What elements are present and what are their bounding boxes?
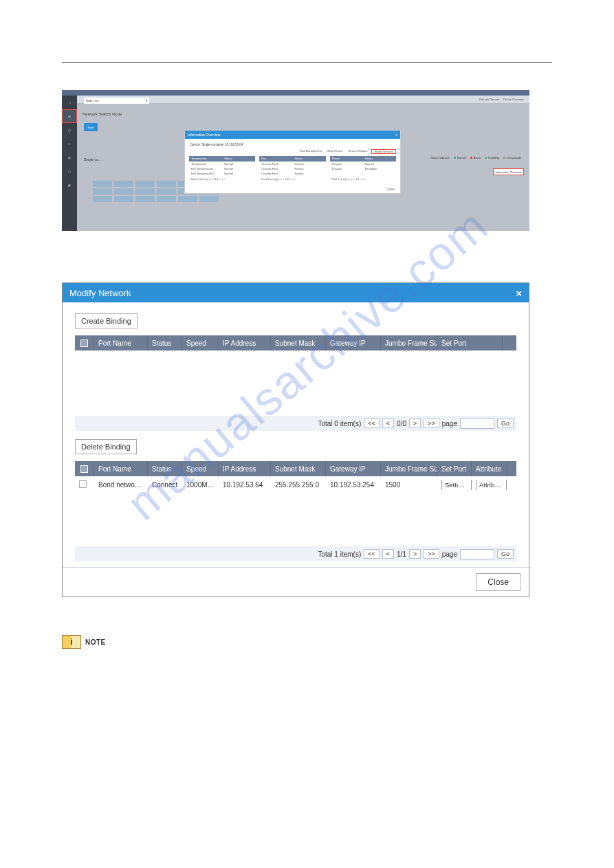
tab-relation[interactable]: Device Relation bbox=[347, 149, 369, 154]
dialog-footer: Close bbox=[63, 567, 529, 597]
pager-total: Total 0 item(s) bbox=[318, 420, 361, 427]
device-label: Device: Single-container 10.192.53.64 bbox=[185, 139, 400, 149]
overview-screenshot: ◇ ▤ ▢ ≡ ▤ ▢ ▦ Node Tree ▾ Refresh Domain… bbox=[62, 90, 529, 231]
fan-panel: FanStatus Chassis Fan1Normal Chassis Fan… bbox=[259, 156, 325, 182]
table1-header: Port Name Status Speed IP Address Subnet… bbox=[75, 335, 516, 350]
close-icon[interactable]: × bbox=[516, 287, 522, 299]
pager-first[interactable]: << bbox=[364, 549, 380, 559]
modal-title: Information Overview bbox=[188, 133, 220, 137]
sidebar-item[interactable]: ▦ bbox=[62, 178, 77, 192]
th-ip: IP Address bbox=[219, 335, 271, 350]
pager-input[interactable] bbox=[460, 419, 494, 429]
cell-port: Bond network in... bbox=[94, 480, 148, 490]
temperature-panel: TemperatureStatus TemperatureNormal Env … bbox=[189, 156, 255, 182]
table1-pager: Total 0 item(s) << < 0/0 > >> page Go bbox=[75, 416, 516, 431]
tab-mute[interactable]: Mute Device bbox=[326, 149, 344, 154]
pager-info: 0/0 bbox=[397, 420, 406, 427]
pager-label: page bbox=[442, 420, 457, 427]
info-overview-modal: Information Overview × Device: Single-co… bbox=[184, 130, 401, 194]
sidebar-item-active[interactable]: ▤ bbox=[62, 109, 77, 123]
modal-header: Information Overview × bbox=[185, 131, 400, 139]
network-switch-title: Network Switch Node bbox=[83, 112, 122, 116]
dialog-title: Modify Network bbox=[69, 288, 131, 298]
pager-info: 1/1 bbox=[397, 550, 406, 558]
th-ip: IP Address bbox=[219, 461, 271, 476]
table2-body-empty bbox=[75, 493, 516, 546]
note-label: NOTE bbox=[85, 638, 106, 646]
th-gateway: Gateway IP bbox=[326, 461, 381, 476]
th-port-name: Port Name bbox=[94, 335, 148, 350]
select-all-checkbox[interactable] bbox=[80, 340, 88, 347]
node-tree-select[interactable]: Node Tree ▾ bbox=[84, 98, 149, 104]
th-subnet: Subnet Mask bbox=[271, 335, 326, 350]
th-attribute: Attribute bbox=[472, 461, 507, 476]
table-row: Bond network in... Connect 1000Mb/s 10.1… bbox=[75, 476, 516, 493]
pager-go-button[interactable]: Go bbox=[497, 549, 514, 559]
cell-ip: 10.192.53.64 bbox=[219, 480, 271, 490]
pager-next[interactable]: > bbox=[409, 419, 421, 428]
th-port-name: Port Name bbox=[94, 461, 148, 476]
pager-first[interactable]: << bbox=[364, 419, 380, 428]
pager-total: Total 1 item(s) bbox=[318, 550, 361, 558]
table2-header: Port Name Status Speed IP Address Subnet… bbox=[75, 461, 516, 476]
settings-button[interactable]: Settings bbox=[441, 480, 472, 490]
table1-body bbox=[75, 350, 516, 416]
pager-label: page bbox=[442, 550, 457, 558]
th-setport: Set Port bbox=[437, 461, 472, 476]
sidebar-item[interactable]: ≡ bbox=[62, 137, 77, 151]
modal-close-button[interactable]: Close bbox=[185, 185, 400, 193]
dialog-header: Modify Network × bbox=[63, 283, 529, 302]
tab-disk[interactable]: Disk Management bbox=[298, 149, 323, 154]
th-speed: Speed bbox=[182, 335, 219, 350]
th-subnet: Subnet Mask bbox=[271, 461, 326, 476]
save-button[interactable]: Save bbox=[84, 123, 98, 131]
sidebar-item[interactable]: ▢ bbox=[62, 123, 77, 137]
row-checkbox[interactable] bbox=[79, 480, 87, 488]
th-speed: Speed bbox=[182, 461, 219, 476]
sidebar-item[interactable]: ▤ bbox=[62, 151, 77, 164]
sidebar-item-overview[interactable]: ◇ bbox=[62, 96, 77, 109]
th-gateway: Gateway IP bbox=[326, 335, 381, 350]
cell-subnet: 255.255.255.0 bbox=[271, 480, 326, 490]
note-icon: i bbox=[62, 635, 81, 649]
pager-last[interactable]: >> bbox=[424, 549, 439, 559]
pager-input[interactable] bbox=[460, 549, 494, 559]
table2-pager: Total 1 item(s) << < 1/1 > >> page Go bbox=[75, 546, 516, 561]
close-icon[interactable]: × bbox=[395, 133, 397, 137]
sidebar-item[interactable]: ▢ bbox=[62, 164, 77, 178]
pager-last[interactable]: >> bbox=[424, 419, 439, 428]
cell-jumbo: 1500 bbox=[381, 480, 437, 490]
th-jumbo: Jumbo Frame Size bbox=[381, 461, 437, 476]
status-legend: Status Indicator Normal Alarm Installing… bbox=[430, 156, 521, 159]
select-all-checkbox[interactable] bbox=[80, 465, 88, 473]
information-overview-button[interactable]: Information Overview bbox=[493, 168, 524, 175]
close-button[interactable]: Close bbox=[476, 573, 520, 591]
delete-binding-button[interactable]: Delete Binding bbox=[75, 439, 137, 454]
node-tree-label: Node Tree bbox=[86, 99, 99, 102]
cell-status: Connect bbox=[148, 480, 182, 490]
modal-tabs: Disk Management Mute Device Device Relat… bbox=[185, 149, 400, 156]
pager-next[interactable]: > bbox=[409, 549, 421, 559]
device-overview-link[interactable]: Device Overview bbox=[503, 98, 524, 101]
refresh-domain-link[interactable]: Refresh Domain bbox=[479, 98, 499, 101]
th-setport: Set Port bbox=[437, 335, 503, 350]
note-callout: i NOTE bbox=[62, 635, 552, 649]
tab-modify-network[interactable]: Modify Network bbox=[371, 149, 396, 154]
th-status: Status bbox=[148, 461, 182, 476]
single-container-label: Single-co... bbox=[84, 157, 101, 162]
pager-prev[interactable]: < bbox=[382, 419, 394, 428]
attribute-button[interactable]: Attribute bbox=[476, 480, 507, 490]
create-binding-button[interactable]: Create Binding bbox=[75, 313, 138, 329]
pager-go-button[interactable]: Go bbox=[497, 419, 514, 428]
th-status: Status bbox=[148, 335, 182, 350]
cell-speed: 1000Mb/s bbox=[182, 480, 219, 490]
sidebar: ◇ ▤ ▢ ≡ ▤ ▢ ▦ bbox=[62, 96, 77, 231]
th-jumbo: Jumbo Frame Size bbox=[381, 335, 437, 350]
modify-network-dialog: Modify Network × Create Binding Port Nam… bbox=[62, 282, 529, 597]
chevron-down-icon: ▾ bbox=[146, 99, 147, 102]
top-links: Refresh Domain Device Overview bbox=[479, 98, 524, 101]
power-panel: PowerStatus ChassisNormal ChassisExcepti… bbox=[330, 156, 396, 182]
pager-prev[interactable]: < bbox=[382, 549, 394, 559]
section-divider bbox=[62, 62, 552, 63]
cell-gateway: 10.192.53.254 bbox=[326, 480, 381, 490]
